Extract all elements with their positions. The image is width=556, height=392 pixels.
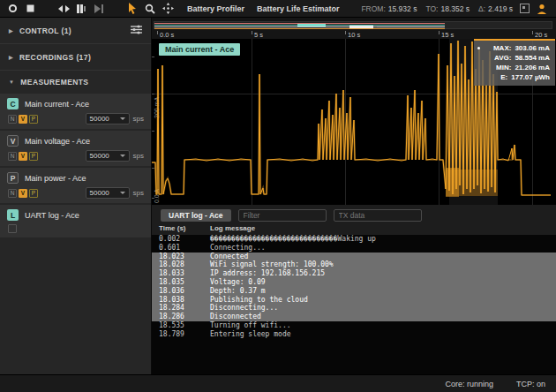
badge-v[interactable]: V — [19, 115, 27, 124]
badge-v[interactable]: V — [19, 189, 27, 198]
log-row[interactable]: 18.023Connected — [152, 253, 556, 261]
log-time: 18.033 — [152, 269, 210, 278]
stat-min-value: 21.206 mA — [515, 64, 550, 72]
measurement-main-voltage[interactable]: V Main voltage - Ace N V P 50000 sps — [0, 131, 151, 166]
log-time: 18.535 — [152, 321, 210, 330]
log-row[interactable]: 0.601Connecting... — [152, 244, 556, 253]
measurement-name: Main current - Ace — [25, 100, 89, 109]
otii-window: Battery Profiler Battery Life Estimator … — [0, 0, 556, 392]
sample-rate-dropdown[interactable]: 50000 — [86, 187, 130, 199]
uart-log-panel: UART log - Ace Time (s) Log message 0.00… — [152, 205, 556, 374]
log-message: Disconnected — [210, 313, 261, 321]
log-time: 18.284 — [152, 304, 210, 313]
x-tick-label: 15 s — [441, 31, 454, 39]
zoom-search-icon[interactable] — [143, 3, 157, 15]
recording-overview-minimap[interactable] — [154, 21, 552, 29]
step-play-icon[interactable] — [92, 3, 106, 15]
top-tabs: Battery Profiler Battery Life Estimator — [187, 4, 340, 13]
stat-max-label: MAX: — [493, 44, 511, 52]
stat-avg-value: 58.554 mA — [515, 54, 550, 62]
tx-data-input[interactable] — [334, 209, 422, 222]
sidebar-section-recordings[interactable]: ▶ RECORDINGS (17) — [0, 44, 151, 71]
pan-move-icon[interactable] — [161, 3, 175, 15]
status-bar: Core: running TCP: on — [0, 374, 556, 392]
log-message: ������������������������������Waking up — [210, 235, 376, 244]
x-tick — [157, 31, 158, 34]
log-message: Depth: 0.37 m — [210, 287, 266, 296]
sample-rate-dropdown[interactable]: 50000 — [86, 113, 130, 124]
panes-icon[interactable] — [74, 3, 88, 15]
fit-extents-icon[interactable] — [56, 3, 71, 15]
minimap-highlight-white — [349, 26, 373, 28]
badge-p[interactable]: P — [29, 152, 38, 161]
filter-input[interactable] — [238, 209, 327, 222]
badge-n[interactable]: N — [8, 115, 17, 124]
measurement-main-current[interactable]: C Main current - Ace N V P 50000 sps — [0, 94, 151, 129]
log-row[interactable]: 18.028WiFi signal strength: 100.00% — [152, 260, 556, 269]
sample-rate-unit: sps — [133, 115, 144, 123]
log-row[interactable]: 18.789Entering sleep mode — [152, 330, 556, 339]
channel-voltage-icon: V — [7, 135, 19, 147]
x-tick-label: 10 s — [348, 31, 360, 39]
log-time: 18.023 — [152, 253, 210, 261]
sample-rate-dropdown[interactable]: 50000 — [86, 150, 130, 162]
chart-series-tag[interactable]: Main current - Ace — [159, 43, 240, 56]
tab-battery-life-estimator[interactable]: Battery Life Estimator — [257, 4, 340, 13]
log-message: Publishing to the cloud — [210, 296, 308, 305]
x-tick — [532, 31, 533, 34]
cursor-select-icon[interactable] — [125, 3, 139, 15]
log-time: 18.035 — [152, 278, 210, 287]
stop-icon[interactable] — [23, 3, 37, 15]
stat-avg-label: AVG: — [494, 54, 511, 62]
record-icon[interactable] — [5, 3, 19, 15]
log-table-header: Time (s) Log message — [152, 222, 556, 234]
current-chart[interactable]: 200 mA 0.0 A Main current - Ace MAX:303.… — [152, 39, 556, 205]
uart-log-tab[interactable]: UART log - Ace — [161, 209, 231, 222]
chevron-down-icon — [120, 117, 125, 120]
selection-range-readout: FROM:15.932 s TO:18.352 s Δ:2.419 s — [361, 4, 517, 13]
measurement-uart-log[interactable]: L UART log - Ace — [0, 205, 151, 237]
window-layout-icon[interactable] — [517, 3, 531, 15]
uart-toggle-badge[interactable] — [8, 224, 17, 233]
log-time: 18.286 — [152, 313, 210, 321]
log-row[interactable]: 18.038Publishing to the cloud — [152, 296, 556, 305]
log-row[interactable]: 18.035Voltage: 0.09 — [152, 278, 556, 287]
sidebar-section-measurements[interactable]: ▼ MEASUREMENTS — [0, 71, 151, 94]
measurements-section-label: MEASUREMENTS — [20, 78, 88, 87]
log-row[interactable]: 18.286Disconnected — [152, 313, 556, 321]
axis-toggle-badges: N V P — [8, 189, 38, 198]
measurement-name: UART log - Ace — [25, 211, 79, 220]
log-row[interactable]: 18.535Turning off wifi... — [152, 321, 556, 330]
x-tick-label: 20 s — [535, 31, 547, 39]
badge-n[interactable]: N — [8, 189, 17, 198]
badge-v[interactable]: V — [19, 152, 27, 161]
stat-max-value: 303.06 mA — [515, 44, 550, 52]
stat-energy-label: E: — [500, 73, 507, 81]
badge-p[interactable]: P — [29, 189, 38, 198]
log-row[interactable]: 18.284Disconnecting... — [152, 304, 556, 313]
log-row[interactable]: 18.036Depth: 0.37 m — [152, 287, 556, 296]
sidebar-section-control[interactable]: ▶ CONTROL (1) — [0, 18, 151, 44]
log-row[interactable]: 18.033IP address: 192.168.156.215 — [152, 269, 556, 278]
sliders-icon[interactable] — [131, 25, 142, 36]
user-icon[interactable] — [535, 3, 549, 15]
minimap-line-orange — [154, 28, 445, 29]
log-message: Entering sleep mode — [210, 330, 291, 339]
stats-box: MAX:303.06 mA AVG:58.554 mA MIN:21.206 m… — [474, 39, 555, 86]
measurement-name: Main voltage - Ace — [25, 137, 90, 146]
log-table[interactable]: 0.002������������������������������Wakin… — [152, 235, 556, 374]
log-row[interactable]: 0.002������������������������������Wakin… — [152, 235, 556, 244]
log-message: Connecting... — [210, 244, 266, 253]
chevron-right-icon: ▶ — [9, 27, 13, 34]
log-time: 0.002 — [152, 235, 210, 244]
x-tick-label: 0.0 s — [160, 31, 174, 39]
stat-min-label: MIN: — [496, 64, 511, 72]
tab-battery-profiler[interactable]: Battery Profiler — [187, 4, 244, 13]
sample-rate-value: 50000 — [90, 189, 109, 197]
time-axis[interactable]: 0.0 s 5 s 10 s 15 s 20 s — [152, 31, 556, 39]
badge-n[interactable]: N — [8, 152, 17, 161]
badge-p[interactable]: P — [29, 115, 38, 124]
log-message: Turning off wifi... — [210, 321, 291, 330]
measurement-main-power[interactable]: P Main power - Ace N V P 50000 sps — [0, 168, 151, 203]
x-tick — [252, 31, 252, 34]
